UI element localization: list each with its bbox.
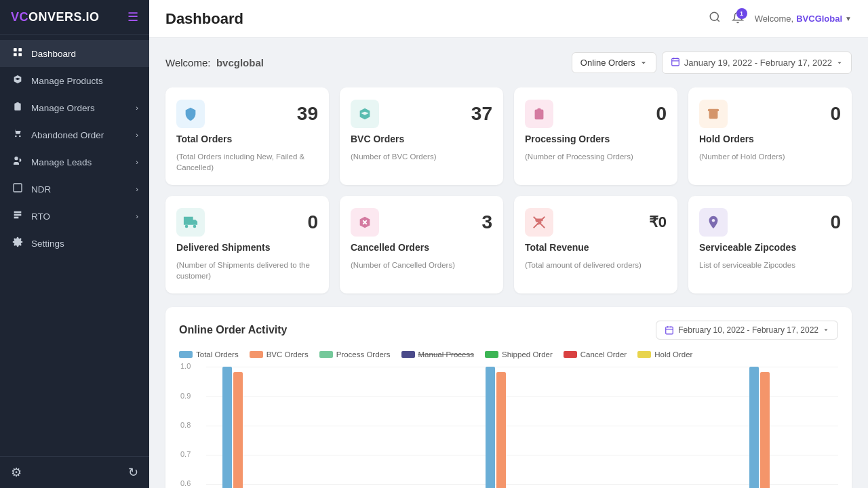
grid-label: 0.9 bbox=[180, 392, 191, 400]
sidebar-item-abandoned-order[interactable]: Abandoned Order › bbox=[0, 121, 149, 148]
notification-bell[interactable]: 1 bbox=[732, 12, 744, 26]
chevron-icon: › bbox=[136, 104, 138, 112]
leads-icon bbox=[11, 155, 24, 169]
legend-dot-manual-process bbox=[401, 351, 415, 358]
abandoned-icon bbox=[11, 128, 24, 142]
total-revenue-value: ₹0 bbox=[649, 214, 667, 231]
svg-rect-1 bbox=[18, 48, 22, 52]
grid-label: 1.0 bbox=[180, 362, 191, 370]
order-type-selected: Online Orders bbox=[580, 58, 635, 68]
serviceable-zipcodes-value: 0 bbox=[830, 211, 841, 233]
header-right: 1 Welcome, BVCGlobal ▼ bbox=[709, 11, 852, 26]
bvc-orders-desc: (Number of BVC Orders) bbox=[351, 151, 492, 162]
legend-shipped-order: Shipped Order bbox=[485, 350, 553, 359]
svg-point-11 bbox=[185, 225, 189, 228]
legend-hold-order: Hold Order bbox=[637, 350, 692, 359]
products-icon bbox=[11, 74, 24, 87]
chart-title: Online Order Activity bbox=[179, 324, 287, 336]
legend-label-manual-process: Manual Process bbox=[418, 350, 474, 359]
logo-vc: VC bbox=[11, 10, 28, 24]
orders-icon bbox=[11, 101, 24, 115]
calendar-icon bbox=[671, 57, 680, 68]
legend-dot-shipped-order bbox=[485, 351, 498, 358]
settings-icon bbox=[11, 237, 24, 250]
sidebar-nav: Dashboard Manage Products Manage Orders … bbox=[0, 35, 149, 456]
svg-point-6 bbox=[710, 12, 718, 20]
chevron-icon: › bbox=[136, 158, 138, 166]
chevron-icon: › bbox=[136, 185, 138, 193]
sidebar-item-manage-orders[interactable]: Manage Orders › bbox=[0, 94, 149, 121]
svg-rect-2 bbox=[14, 53, 17, 56]
sidebar-item-manage-leads[interactable]: Manage Leads › bbox=[0, 148, 149, 176]
chart-bar bbox=[486, 367, 495, 488]
main-content: Dashboard 1 Welcome, BVCGlobal ▼ Welcome… bbox=[149, 0, 868, 488]
bar-group bbox=[259, 367, 312, 488]
chart-bar bbox=[760, 372, 770, 488]
sidebar-item-label: Manage Products bbox=[31, 76, 103, 86]
refresh-icon[interactable]: ↻ bbox=[128, 465, 138, 480]
chart-bar bbox=[233, 372, 243, 488]
settings-bottom-icon[interactable]: ⚙ bbox=[11, 465, 22, 480]
legend-label-bvc-orders: BVC Orders bbox=[267, 350, 309, 359]
total-orders-name: Total Orders bbox=[176, 134, 318, 144]
processing-orders-icon bbox=[525, 100, 553, 128]
processing-orders-value: 0 bbox=[656, 103, 667, 125]
svg-point-4 bbox=[14, 157, 18, 160]
sidebar-item-label: Abandoned Order bbox=[31, 130, 104, 140]
bar-group bbox=[680, 367, 733, 488]
sidebar-item-label: RTO bbox=[31, 211, 50, 222]
rto-icon bbox=[11, 209, 24, 223]
chart-bar bbox=[749, 367, 759, 488]
filter-row: Online Orders January 19, 2022 - Februar… bbox=[572, 52, 852, 74]
sidebar-item-label: Settings bbox=[31, 239, 64, 249]
legend-dot-total-orders bbox=[179, 351, 193, 358]
hamburger-icon[interactable]: ☰ bbox=[127, 9, 138, 24]
sidebar-item-label: NDR bbox=[31, 184, 51, 195]
welcome-username: bvcglobal bbox=[216, 57, 264, 68]
delivered-shipments-desc: (Number of Shipments delivered to the cu… bbox=[176, 260, 318, 281]
sidebar-item-ndr[interactable]: NDR › bbox=[0, 176, 149, 203]
order-type-dropdown[interactable]: Online Orders bbox=[572, 52, 656, 73]
user-dropdown-arrow[interactable]: ▼ bbox=[845, 15, 852, 22]
bvc-orders-icon bbox=[351, 100, 379, 128]
hold-orders-desc: (Number of Hold Orders) bbox=[699, 151, 841, 162]
sidebar-bottom: ⚙ ↻ bbox=[0, 456, 149, 488]
chart-date-range: February 10, 2022 - February 17, 2022 bbox=[678, 325, 818, 335]
welcome-label: Welcome, bbox=[755, 14, 794, 24]
serviceable-zipcodes-name: Serviceable Zipcodes bbox=[699, 242, 841, 253]
sidebar-item-manage-products[interactable]: Manage Products bbox=[0, 67, 149, 94]
total-orders-desc: (Total Orders including New, Failed & Ca… bbox=[176, 151, 318, 173]
bar-group bbox=[311, 367, 364, 488]
total-revenue-icon bbox=[525, 208, 553, 237]
total-revenue-desc: (Total amount of delivered orders) bbox=[525, 260, 667, 270]
bar-group bbox=[733, 367, 786, 488]
legend-dot-bvc-orders bbox=[250, 351, 263, 358]
legend-label-total-orders: Total Orders bbox=[196, 350, 239, 359]
hold-orders-icon bbox=[699, 100, 728, 128]
date-range-picker[interactable]: January 19, 2022 - February 17, 2022 bbox=[662, 52, 852, 74]
bvc-orders-name: BVC Orders bbox=[351, 134, 492, 144]
chart-bar bbox=[222, 367, 232, 488]
processing-orders-desc: (Number of Processing Orders) bbox=[525, 151, 667, 162]
chart-date-filter[interactable]: February 10, 2022 - February 17, 2022 bbox=[656, 321, 838, 340]
grid-label: 0.8 bbox=[180, 421, 191, 429]
delivered-shipments-value: 0 bbox=[307, 211, 318, 233]
bars-container bbox=[206, 367, 838, 488]
grid-label: 0.6 bbox=[180, 479, 191, 487]
svg-rect-0 bbox=[14, 48, 17, 52]
stat-card-cancelled-orders: 3 Cancelled Orders (Number of Cancelled … bbox=[340, 196, 503, 293]
dashboard-icon bbox=[11, 47, 24, 60]
content-area: Welcome: bvcglobal Online Orders January… bbox=[149, 38, 868, 488]
cancelled-orders-icon bbox=[351, 208, 379, 237]
sidebar-item-settings[interactable]: Settings bbox=[0, 230, 149, 257]
bar-group bbox=[417, 367, 470, 488]
bar-group bbox=[785, 367, 838, 488]
sidebar-item-rto[interactable]: RTO › bbox=[0, 203, 149, 230]
sidebar-logo: VCONVERS.IO ☰ bbox=[0, 0, 149, 35]
sidebar-item-dashboard[interactable]: Dashboard bbox=[0, 40, 149, 67]
chart-header: Online Order Activity February 10, 2022 … bbox=[179, 321, 838, 340]
search-icon[interactable] bbox=[709, 11, 721, 26]
bar-group bbox=[522, 367, 575, 488]
legend-dot-process-orders bbox=[319, 351, 333, 358]
bvc-orders-value: 37 bbox=[471, 103, 492, 125]
